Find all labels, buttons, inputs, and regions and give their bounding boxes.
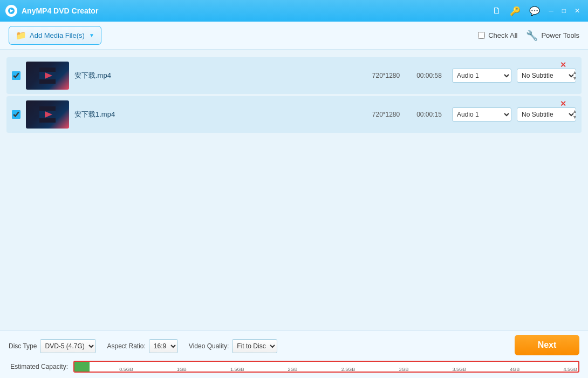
power-tools-button[interactable]: 🔧 Power Tools [526,30,579,42]
remove-media-2[interactable]: ✕ [560,99,566,108]
move-down-1[interactable]: ▼ [572,76,577,82]
media-resolution-1: 720*1280 [366,72,406,79]
add-media-dropdown-arrow: ▼ [89,32,94,38]
support-icon[interactable]: 💬 [527,5,543,17]
media-checkbox-1[interactable] [12,71,20,80]
subtitle-select-2[interactable]: No Subtitle Add Subtitle [517,107,576,122]
move-down-2[interactable]: ▼ [572,115,577,120]
aspect-ratio-select[interactable]: 16:9 4:3 [149,339,178,353]
audio-select-2[interactable]: Audio 1 Audio 2 [452,107,511,122]
bottom-bar: Disc Type DVD-5 (4.7G) DVD-9 (8.5G) BD-2… [0,330,588,378]
tick-1gb: 1GB [177,367,187,372]
move-up-2[interactable]: ▲ [572,109,577,114]
check-all-label: Check All [488,31,517,39]
media-row-arrows-2: ▲ ▼ [572,109,577,120]
video-quality-label: Video Quality: [189,342,229,350]
capacity-tick-labels: 0.5GB 1GB 1.5GB 2GB 2.5GB 3GB 3.5GB 4GB … [74,367,578,372]
tick-45gb: 4.5GB [563,367,577,372]
media-row-arrows-1: ▲ ▼ [572,70,577,82]
move-up-1[interactable]: ▲ [572,70,577,76]
video-quality-field: Video Quality: Fit to Disc High Medium L… [189,339,278,353]
app-title: AnyMP4 DVD Creator [22,6,486,15]
disc-type-field: Disc Type DVD-5 (4.7G) DVD-9 (8.5G) BD-2… [9,339,96,353]
capacity-bar: 0.5GB 1GB 1.5GB 2GB 2.5GB 3GB 3.5GB 4GB … [73,361,579,373]
media-thumbnail-1 [26,62,69,90]
media-filename-2: 安下载1.mp4 [74,110,360,119]
title-bar: AnyMP4 DVD Creator 🗋 🔑 💬 ─ □ ✕ [0,0,588,22]
document-icon[interactable]: 🗋 [490,5,504,17]
check-all-checkbox[interactable] [478,32,485,39]
subtitle-select-1[interactable]: No Subtitle Add Subtitle [517,69,576,83]
media-duration-2: 00:00:15 [412,111,447,118]
audio-select-1[interactable]: Audio 1 Audio 2 [452,69,511,83]
aspect-ratio-field: Aspect Ratio: 16:9 4:3 [107,339,177,353]
media-filename-1: 安下载.mp4 [74,71,360,80]
media-resolution-2: 720*1280 [366,111,406,118]
capacity-bar-fill [74,362,90,372]
capacity-row: Estimated Capacity: 0.5GB 1GB 1.5GB 2GB … [9,361,579,373]
tick-15gb: 1.5GB [230,367,244,372]
next-button[interactable]: Next [515,335,579,355]
power-tools-label: Power Tools [541,31,579,39]
power-tools-icon: 🔧 [526,30,538,42]
key-icon[interactable]: 🔑 [507,5,523,17]
aspect-ratio-label: Aspect Ratio: [107,342,145,350]
add-media-icon: 📁 [16,30,26,40]
tick-05gb: 0.5GB [119,367,133,372]
media-checkbox-2[interactable] [12,110,20,119]
tick-3gb: 3GB [399,367,408,372]
media-duration-1: 00:00:58 [412,72,447,79]
maximize-button[interactable]: □ [559,6,569,16]
media-row-1: 安下载.mp4 720*1280 00:00:58 Audio 1 Audio … [6,57,582,94]
window-controls: 🗋 🔑 💬 ─ □ ✕ [490,5,583,17]
tick-4gb: 4GB [510,367,519,372]
bottom-controls: Disc Type DVD-5 (4.7G) DVD-9 (8.5G) BD-2… [9,335,579,357]
add-media-button[interactable]: 📁 Add Media File(s) ▼ [9,26,101,45]
disc-type-select[interactable]: DVD-5 (4.7G) DVD-9 (8.5G) BD-25 BD-50 [40,339,96,353]
next-btn-container: Next [515,335,579,357]
tick-25gb: 2.5GB [341,367,355,372]
thumbnail-inner-2 [26,100,69,129]
disc-type-label: Disc Type [9,342,37,350]
thumbnail-inner-1 [26,62,69,90]
tick-2gb: 2GB [288,367,298,372]
video-quality-select[interactable]: Fit to Disc High Medium Low [232,339,277,353]
media-row-2: 安下载1.mp4 720*1280 00:00:15 Audio 1 Audio… [6,96,582,133]
media-thumbnail-2 [26,100,69,129]
tick-35gb: 3.5GB [453,367,467,372]
toolbar-right: Check All 🔧 Power Tools [478,30,579,42]
check-all-area: Check All [478,31,517,39]
media-list-area: 安下载.mp4 720*1280 00:00:58 Audio 1 Audio … [0,50,588,330]
main-toolbar: 📁 Add Media File(s) ▼ Check All 🔧 Power … [0,22,588,50]
remove-media-1[interactable]: ✕ [560,60,566,69]
close-button[interactable]: ✕ [572,6,583,16]
capacity-label: Estimated Capacity: [9,363,68,370]
add-media-label: Add Media File(s) [30,31,85,39]
minimize-button[interactable]: ─ [546,6,556,16]
app-logo [5,5,17,17]
